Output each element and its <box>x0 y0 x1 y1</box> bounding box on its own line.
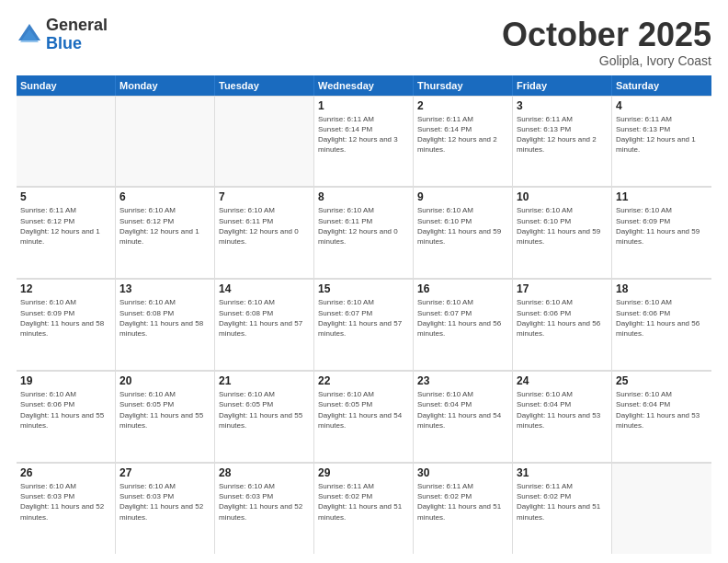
cell-info: Sunrise: 6:11 AMSunset: 6:13 PMDaylight:… <box>517 114 608 155</box>
cell-info: Sunrise: 6:10 AMSunset: 6:07 PMDaylight:… <box>318 297 409 339</box>
day-number: 5 <box>20 190 111 203</box>
cell-info: Sunrise: 6:10 AMSunset: 6:05 PMDaylight:… <box>119 389 210 431</box>
calendar-row-4: 26Sunrise: 6:10 AMSunset: 6:03 PMDayligh… <box>17 463 711 554</box>
day-number: 17 <box>517 282 608 295</box>
day-cell-10: 10Sunrise: 6:10 AMSunset: 6:10 PMDayligh… <box>513 187 612 278</box>
logo: General Blue <box>17 17 108 53</box>
cell-info: Sunrise: 6:11 AMSunset: 6:02 PMDaylight:… <box>517 481 608 523</box>
day-cell-2: 2Sunrise: 6:11 AMSunset: 6:14 PMDaylight… <box>414 96 513 187</box>
day-number: 24 <box>517 374 608 387</box>
day-cell-8: 8Sunrise: 6:10 AMSunset: 6:11 PMDaylight… <box>314 187 414 278</box>
empty-cell <box>612 463 711 554</box>
cell-info: Sunrise: 6:10 AMSunset: 6:06 PMDaylight:… <box>517 297 608 339</box>
day-cell-6: 6Sunrise: 6:10 AMSunset: 6:12 PMDaylight… <box>116 187 215 278</box>
weekday-header-saturday: Saturday <box>612 75 711 96</box>
day-cell-21: 21Sunrise: 6:10 AMSunset: 6:05 PMDayligh… <box>215 371 314 462</box>
page: General Blue October 2025 Golipla, Ivory… <box>0 0 728 563</box>
day-cell-20: 20Sunrise: 6:10 AMSunset: 6:05 PMDayligh… <box>116 371 215 462</box>
weekday-header-friday: Friday <box>513 75 612 96</box>
cell-info: Sunrise: 6:10 AMSunset: 6:11 PMDaylight:… <box>318 205 409 247</box>
cell-info: Sunrise: 6:10 AMSunset: 6:04 PMDaylight:… <box>417 389 508 431</box>
empty-cell <box>116 96 215 187</box>
day-cell-28: 28Sunrise: 6:10 AMSunset: 6:03 PMDayligh… <box>215 463 314 554</box>
day-cell-12: 12Sunrise: 6:10 AMSunset: 6:09 PMDayligh… <box>17 279 116 370</box>
calendar-body: 1Sunrise: 6:11 AMSunset: 6:14 PMDaylight… <box>17 96 711 554</box>
location: Golipla, Ivory Coast <box>502 53 711 68</box>
logo-icon <box>17 22 42 48</box>
day-number: 13 <box>119 282 210 295</box>
day-cell-17: 17Sunrise: 6:10 AMSunset: 6:06 PMDayligh… <box>513 279 612 370</box>
weekday-header-wednesday: Wednesday <box>314 75 414 96</box>
day-cell-7: 7Sunrise: 6:10 AMSunset: 6:11 PMDaylight… <box>215 187 314 278</box>
empty-cell <box>17 96 116 187</box>
day-cell-11: 11Sunrise: 6:10 AMSunset: 6:09 PMDayligh… <box>612 187 711 278</box>
cell-info: Sunrise: 6:10 AMSunset: 6:03 PMDaylight:… <box>219 481 310 523</box>
day-number: 8 <box>318 190 409 203</box>
logo-general: General <box>46 17 108 35</box>
day-cell-14: 14Sunrise: 6:10 AMSunset: 6:08 PMDayligh… <box>215 279 314 370</box>
day-number: 1 <box>318 99 409 112</box>
cell-info: Sunrise: 6:10 AMSunset: 6:04 PMDaylight:… <box>616 389 708 431</box>
cell-info: Sunrise: 6:10 AMSunset: 6:07 PMDaylight:… <box>417 297 508 339</box>
day-number: 2 <box>417 99 508 112</box>
cell-info: Sunrise: 6:10 AMSunset: 6:09 PMDaylight:… <box>616 205 708 247</box>
calendar-row-1: 5Sunrise: 6:11 AMSunset: 6:12 PMDaylight… <box>17 187 711 279</box>
weekday-header-tuesday: Tuesday <box>215 75 314 96</box>
cell-info: Sunrise: 6:10 AMSunset: 6:11 PMDaylight:… <box>219 205 310 247</box>
cell-info: Sunrise: 6:10 AMSunset: 6:05 PMDaylight:… <box>318 389 409 431</box>
day-number: 19 <box>20 374 111 387</box>
calendar-row-2: 12Sunrise: 6:10 AMSunset: 6:09 PMDayligh… <box>17 279 711 371</box>
day-number: 16 <box>417 282 508 295</box>
calendar-row-3: 19Sunrise: 6:10 AMSunset: 6:06 PMDayligh… <box>17 371 711 463</box>
day-cell-29: 29Sunrise: 6:11 AMSunset: 6:02 PMDayligh… <box>314 463 414 554</box>
day-cell-18: 18Sunrise: 6:10 AMSunset: 6:06 PMDayligh… <box>612 279 711 370</box>
day-cell-27: 27Sunrise: 6:10 AMSunset: 6:03 PMDayligh… <box>116 463 215 554</box>
day-cell-23: 23Sunrise: 6:10 AMSunset: 6:04 PMDayligh… <box>414 371 513 462</box>
empty-cell <box>215 96 314 187</box>
cell-info: Sunrise: 6:11 AMSunset: 6:13 PMDaylight:… <box>616 114 708 155</box>
cell-info: Sunrise: 6:10 AMSunset: 6:04 PMDaylight:… <box>517 389 608 431</box>
day-number: 11 <box>616 190 708 203</box>
day-cell-5: 5Sunrise: 6:11 AMSunset: 6:12 PMDaylight… <box>17 187 116 278</box>
day-cell-22: 22Sunrise: 6:10 AMSunset: 6:05 PMDayligh… <box>314 371 414 462</box>
cell-info: Sunrise: 6:11 AMSunset: 6:02 PMDaylight:… <box>318 481 409 523</box>
day-cell-9: 9Sunrise: 6:10 AMSunset: 6:10 PMDaylight… <box>414 187 513 278</box>
day-number: 22 <box>318 374 409 387</box>
calendar: SundayMondayTuesdayWednesdayThursdayFrid… <box>17 75 711 554</box>
day-cell-31: 31Sunrise: 6:11 AMSunset: 6:02 PMDayligh… <box>513 463 612 554</box>
day-number: 12 <box>20 282 111 295</box>
day-cell-30: 30Sunrise: 6:11 AMSunset: 6:02 PMDayligh… <box>414 463 513 554</box>
weekday-header-thursday: Thursday <box>414 75 513 96</box>
cell-info: Sunrise: 6:10 AMSunset: 6:12 PMDaylight:… <box>119 205 210 247</box>
cell-info: Sunrise: 6:10 AMSunset: 6:05 PMDaylight:… <box>219 389 310 431</box>
day-cell-3: 3Sunrise: 6:11 AMSunset: 6:13 PMDaylight… <box>513 96 612 187</box>
day-number: 10 <box>517 190 608 203</box>
cell-info: Sunrise: 6:10 AMSunset: 6:06 PMDaylight:… <box>616 297 708 339</box>
cell-info: Sunrise: 6:10 AMSunset: 6:08 PMDaylight:… <box>219 297 310 339</box>
day-number: 29 <box>318 466 409 479</box>
title-block: October 2025 Golipla, Ivory Coast <box>502 17 711 68</box>
day-number: 27 <box>119 466 210 479</box>
day-cell-26: 26Sunrise: 6:10 AMSunset: 6:03 PMDayligh… <box>17 463 116 554</box>
weekday-header-monday: Monday <box>116 75 215 96</box>
day-cell-24: 24Sunrise: 6:10 AMSunset: 6:04 PMDayligh… <box>513 371 612 462</box>
cell-info: Sunrise: 6:10 AMSunset: 6:09 PMDaylight:… <box>20 297 111 339</box>
day-cell-15: 15Sunrise: 6:10 AMSunset: 6:07 PMDayligh… <box>314 279 414 370</box>
month-title: October 2025 <box>502 17 711 53</box>
day-number: 26 <box>20 466 111 479</box>
day-cell-19: 19Sunrise: 6:10 AMSunset: 6:06 PMDayligh… <box>17 371 116 462</box>
logo-text: General Blue <box>46 17 108 53</box>
cell-info: Sunrise: 6:11 AMSunset: 6:14 PMDaylight:… <box>417 114 508 155</box>
day-number: 7 <box>219 190 310 203</box>
day-number: 14 <box>219 282 310 295</box>
logo-blue: Blue <box>46 35 108 53</box>
cell-info: Sunrise: 6:10 AMSunset: 6:03 PMDaylight:… <box>20 481 111 523</box>
day-number: 4 <box>616 99 708 112</box>
cell-info: Sunrise: 6:10 AMSunset: 6:10 PMDaylight:… <box>517 205 608 247</box>
day-cell-16: 16Sunrise: 6:10 AMSunset: 6:07 PMDayligh… <box>414 279 513 370</box>
day-number: 20 <box>119 374 210 387</box>
header: General Blue October 2025 Golipla, Ivory… <box>17 17 711 68</box>
cell-info: Sunrise: 6:11 AMSunset: 6:14 PMDaylight:… <box>318 114 409 155</box>
day-number: 30 <box>417 466 508 479</box>
calendar-row-0: 1Sunrise: 6:11 AMSunset: 6:14 PMDaylight… <box>17 96 711 188</box>
